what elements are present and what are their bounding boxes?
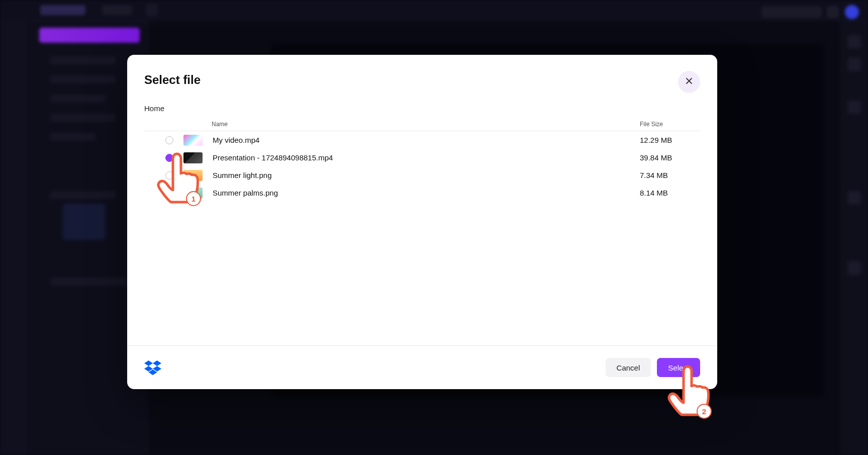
file-row[interactable]: Summer palms.png 8.14 MB xyxy=(144,184,700,202)
close-button[interactable] xyxy=(678,71,700,93)
select-file-dialog: Select file Home Name File Size My video… xyxy=(127,55,717,389)
file-thumbnail xyxy=(183,152,203,163)
cancel-button[interactable]: Cancel xyxy=(606,358,651,377)
close-icon xyxy=(686,77,693,86)
file-thumbnail xyxy=(183,170,203,181)
file-size: 8.14 MB xyxy=(640,189,700,197)
dialog-title: Select file xyxy=(144,73,201,87)
file-size: 39.84 MB xyxy=(640,153,700,162)
file-size: 7.34 MB xyxy=(640,171,700,179)
file-thumbnail xyxy=(183,188,203,199)
radio-unchecked-icon[interactable] xyxy=(165,189,173,197)
file-name: Presentation - 1724894098815.mp4 xyxy=(203,153,640,162)
file-thumbnail xyxy=(183,135,203,146)
table-header: Name File Size xyxy=(144,118,700,131)
file-row[interactable]: Presentation - 1724894098815.mp4 39.84 M… xyxy=(144,149,700,166)
svg-marker-1 xyxy=(153,360,161,366)
file-name: My video.mp4 xyxy=(203,136,640,144)
dialog-footer: Cancel Select xyxy=(127,345,717,389)
file-row[interactable]: Summer light.png 7.34 MB xyxy=(144,166,700,184)
column-header-size[interactable]: File Size xyxy=(640,121,700,128)
breadcrumb[interactable]: Home xyxy=(127,93,717,118)
dropbox-icon xyxy=(144,360,161,375)
radio-unchecked-icon[interactable] xyxy=(165,136,173,144)
column-header-name[interactable]: Name xyxy=(144,121,640,128)
svg-marker-0 xyxy=(144,360,153,366)
file-name: Summer palms.png xyxy=(203,189,640,197)
file-size: 12.29 MB xyxy=(640,136,700,144)
radio-checked-icon[interactable] xyxy=(165,154,173,162)
radio-unchecked-icon[interactable] xyxy=(165,171,173,179)
file-table: Name File Size My video.mp4 12.29 MB Pre… xyxy=(127,118,717,202)
file-row[interactable]: My video.mp4 12.29 MB xyxy=(144,131,700,149)
select-button[interactable]: Select xyxy=(657,358,700,377)
file-name: Summer light.png xyxy=(203,171,640,179)
